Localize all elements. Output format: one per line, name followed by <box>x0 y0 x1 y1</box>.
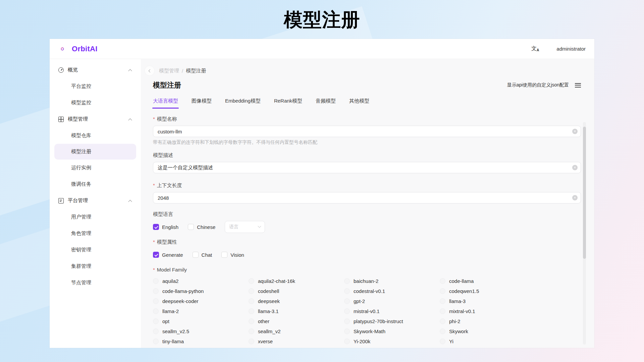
model-family-radio[interactable]: codestral-v0.1 <box>344 287 440 295</box>
sidebar-item-label: 模型监控 <box>71 100 91 106</box>
radio-icon <box>153 288 159 294</box>
radio-icon <box>344 318 350 324</box>
model-family-radio[interactable]: mixtral-v0.1 <box>440 307 535 315</box>
model-family-radio[interactable]: other <box>249 317 344 325</box>
checkbox-icon <box>221 252 227 258</box>
model-desc-label: 模型描述 <box>153 152 581 159</box>
sidebar-item[interactable]: 模型管理 <box>50 111 141 127</box>
breadcrumb-parent[interactable]: 模型管理 <box>159 68 179 74</box>
model-family-radio[interactable]: xverse <box>249 338 344 345</box>
model-family-radio[interactable]: tiny-llama <box>153 338 249 345</box>
model-family-radio[interactable]: baichuan-2 <box>344 277 440 285</box>
page-title: 模型注册 <box>153 80 181 90</box>
model-family-radio[interactable]: mistral-v0.1 <box>344 307 440 315</box>
sidebar-item[interactable]: 模型仓库 <box>50 127 141 144</box>
tab[interactable]: 音频模型 <box>316 98 336 109</box>
model-family-radio[interactable]: phi-2 <box>440 317 535 325</box>
tab[interactable]: Embedding模型 <box>225 98 261 109</box>
sidebar-item-label: 模型管理 <box>68 116 88 122</box>
topbar-right: 文A administrator <box>531 46 586 52</box>
language-select[interactable]: 语言 <box>225 221 265 233</box>
radio-icon <box>153 308 159 314</box>
radio-icon <box>440 328 445 334</box>
sidebar-item-label: 模型注册 <box>71 148 91 155</box>
sidebar-item[interactable]: 微调任务 <box>50 176 141 192</box>
radio-icon <box>249 318 254 324</box>
clear-icon[interactable]: ✕ <box>572 129 578 134</box>
model-family-radio[interactable]: aquila2 <box>153 277 249 285</box>
sidebar-item[interactable]: 角色管理 <box>50 225 141 242</box>
show-json-config-link[interactable]: 显示api使用的自定义json配置 <box>507 82 569 88</box>
tab[interactable]: ReRank模型 <box>274 98 302 109</box>
model-family-radio[interactable]: seallm_v2 <box>249 327 344 335</box>
model-family-radio[interactable]: seallm_v2.5 <box>153 327 249 335</box>
sidebar-item-label: 节点管理 <box>71 280 91 286</box>
model-family-radio[interactable]: codeqwen1.5 <box>440 287 535 295</box>
radio-icon <box>153 318 159 324</box>
translate-icon[interactable]: 文A <box>531 46 539 52</box>
model-family-radio[interactable]: gpt-2 <box>344 297 440 305</box>
ability-checkbox[interactable]: Generate <box>153 252 183 258</box>
model-name-input[interactable] <box>153 126 581 137</box>
context-length-input[interactable] <box>153 192 581 203</box>
ability-checkbox[interactable]: Vision <box>221 252 244 258</box>
scrollbar-thumb[interactable] <box>583 127 586 259</box>
model-desc-input[interactable] <box>153 162 581 173</box>
page-heading: 模型注册 <box>0 7 644 33</box>
sidebar-item[interactable]: 节点管理 <box>50 275 141 291</box>
clear-icon[interactable]: ✕ <box>572 195 578 200</box>
sidebar-item[interactable]: 模型监控 <box>50 95 141 111</box>
sidebar-item[interactable]: 集群管理 <box>50 258 141 275</box>
sidebar-item[interactable]: 平台监控 <box>50 78 141 95</box>
radio-icon <box>249 298 254 304</box>
sidebar-item[interactable]: 平台管理 <box>50 192 141 209</box>
starburst-logo-icon <box>56 43 68 55</box>
sidebar-collapse-button[interactable] <box>145 66 154 75</box>
model-family-radio[interactable]: aquila2-chat-16k <box>249 277 344 285</box>
sidebar-item[interactable]: 运行实例 <box>50 160 141 176</box>
tab[interactable]: 图像模型 <box>192 98 212 109</box>
radio-icon <box>249 288 254 294</box>
hamburger-menu-icon[interactable] <box>575 83 581 87</box>
model-family-radio[interactable]: llama-3.1 <box>249 307 344 315</box>
radio-icon <box>440 278 445 284</box>
model-family-radio[interactable]: llama-3 <box>440 297 535 305</box>
model-family-radio[interactable]: Yi-200k <box>344 338 440 345</box>
user-menu[interactable]: administrator <box>556 46 586 52</box>
model-family-radio[interactable]: deepseek <box>249 297 344 305</box>
tab[interactable]: 大语言模型 <box>153 98 178 109</box>
radio-icon <box>153 298 159 304</box>
model-family-radio[interactable]: code-llama-python <box>153 287 249 295</box>
radio-icon <box>249 328 254 334</box>
model-lang-label: 模型语言 <box>153 211 581 218</box>
model-family-radio[interactable]: platypus2-70b-instruct <box>344 317 440 325</box>
chevron-left-icon <box>148 69 152 72</box>
language-checkbox[interactable]: English <box>153 224 178 230</box>
model-family-radio[interactable]: code-llama <box>440 277 535 285</box>
radio-icon <box>344 339 350 344</box>
model-family-label: Model Family <box>153 267 581 273</box>
clear-icon[interactable]: ✕ <box>572 165 578 170</box>
tab[interactable]: 其他模型 <box>349 98 369 109</box>
sidebar-item[interactable]: 用户管理 <box>50 209 141 225</box>
ability-checkbox[interactable]: Chat <box>193 252 212 258</box>
model-family-radio[interactable]: Skywork <box>440 327 535 335</box>
sidebar-item-label: 概览 <box>68 67 78 73</box>
model-family-radio[interactable]: llama-2 <box>153 307 249 315</box>
model-family-radio[interactable]: Skywork-Math <box>344 327 440 335</box>
sidebar-item[interactable]: 概览 <box>50 62 141 78</box>
top-bar: OrbitAI 文A administrator <box>50 39 594 59</box>
breadcrumb-current: 模型注册 <box>186 68 206 74</box>
radio-icon <box>153 278 159 284</box>
model-family-radio[interactable]: opt <box>153 317 249 325</box>
model-family-radio[interactable]: deepseek-coder <box>153 297 249 305</box>
radio-icon <box>153 328 159 334</box>
sidebar-item[interactable]: 密钥管理 <box>50 242 141 258</box>
language-checkbox[interactable]: Chinese <box>188 224 215 230</box>
register-form: 模型名称 ✕ 带有正确放置的连字符和下划线的字母数字字符。不得与任何内置型号名称… <box>153 116 581 345</box>
sidebar-item[interactable]: 模型注册 <box>54 144 136 160</box>
model-family-radio[interactable]: Yi <box>440 338 535 345</box>
model-family-radio[interactable]: codeshell <box>249 287 344 295</box>
orbitai-logo[interactable]: OrbitAI <box>56 43 98 55</box>
radio-icon <box>344 278 350 284</box>
